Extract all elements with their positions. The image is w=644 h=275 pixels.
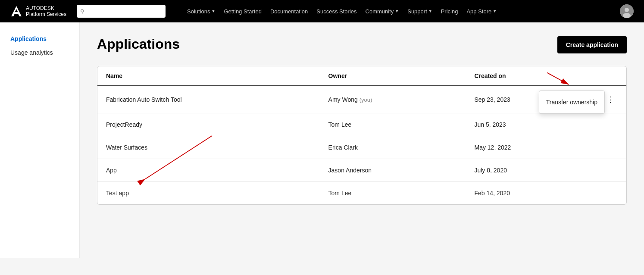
- cell-app-name: App: [97, 159, 320, 182]
- cell-app-owner: Amy Wong (you): [320, 86, 466, 113]
- col-created: Created on: [466, 66, 594, 86]
- col-actions: [594, 66, 626, 86]
- cell-app-actions: [594, 182, 626, 205]
- search-input[interactable]: [77, 5, 166, 18]
- cell-app-actions: [594, 113, 626, 136]
- search-container: ⚲: [77, 5, 172, 18]
- chevron-down-icon: ▼: [395, 9, 399, 13]
- nav-support[interactable]: Support ▼: [407, 8, 432, 15]
- avatar[interactable]: [620, 4, 634, 18]
- cell-app-name: Water Surfaces: [97, 136, 320, 159]
- table-row: AppJason AndersonJuly 8, 2020: [97, 159, 626, 182]
- cell-app-owner: Tom Lee: [320, 113, 466, 136]
- table-header-row: Name Owner Created on: [97, 66, 626, 86]
- brand-name-line2: Platform Services: [26, 11, 66, 17]
- table-row: Water SurfacesErica ClarkMay 12, 2022: [97, 136, 626, 159]
- table-row: ProjectReadyTom LeeJun 5, 2023: [97, 113, 626, 136]
- main-content: Applications Create application Name Own…: [80, 22, 644, 258]
- nav-getting-started[interactable]: Getting Started: [224, 8, 261, 15]
- cell-app-name: Fabrication Auto Switch Tool: [97, 86, 320, 113]
- chevron-down-icon: ▼: [428, 9, 432, 13]
- chevron-down-icon: ▼: [212, 9, 216, 13]
- nav-app-store[interactable]: App Store ▼: [466, 8, 497, 15]
- top-navbar: AUTODESK Platform Services ⚲ Solutions ▼…: [0, 0, 644, 22]
- more-options-button[interactable]: ⋮: [603, 94, 618, 105]
- svg-point-2: [623, 13, 631, 18]
- cell-app-actions: [594, 136, 626, 159]
- applications-table: Name Owner Created on Fabrication Auto S…: [97, 66, 626, 204]
- col-name: Name: [97, 66, 320, 86]
- page-layout: Applications Usage analytics Application…: [0, 22, 644, 258]
- nav-documentation[interactable]: Documentation: [270, 8, 308, 15]
- transfer-ownership-dropdown: Transfer ownership: [539, 91, 605, 114]
- nav-solutions[interactable]: Solutions ▼: [187, 8, 215, 15]
- subnav-links: Solutions ▼ Getting Started Documentatio…: [187, 8, 610, 15]
- applications-table-wrap: Name Owner Created on Fabrication Auto S…: [97, 66, 627, 205]
- cell-app-name: Test app: [97, 182, 320, 205]
- create-application-button[interactable]: Create application: [557, 36, 627, 53]
- cell-app-created: Jun 5, 2023: [466, 113, 594, 136]
- cell-app-created: Feb 14, 2020: [466, 182, 594, 205]
- cell-app-created: July 8, 2020: [466, 159, 594, 182]
- sidebar-item-usage-analytics[interactable]: Usage analytics: [7, 47, 72, 59]
- nav-success-stories[interactable]: Success Stories: [316, 8, 356, 15]
- owner-you-label: (you): [360, 97, 372, 103]
- sidebar: Applications Usage analytics: [0, 22, 80, 258]
- cell-app-created: May 12, 2022: [466, 136, 594, 159]
- nav-community[interactable]: Community ▼: [366, 8, 399, 15]
- cell-app-owner: Erica Clark: [320, 136, 466, 159]
- table-row: Test appTom LeeFeb 14, 2020: [97, 182, 626, 205]
- nav-pricing[interactable]: Pricing: [441, 8, 458, 15]
- sidebar-item-applications[interactable]: Applications: [7, 33, 72, 45]
- cell-app-owner: Jason Anderson: [320, 159, 466, 182]
- chevron-down-icon: ▼: [493, 9, 497, 13]
- brand-name-line1: AUTODESK: [26, 5, 66, 11]
- transfer-ownership-option[interactable]: Transfer ownership: [539, 94, 604, 110]
- cell-app-actions: [594, 159, 626, 182]
- brand-logo: AUTODESK Platform Services: [10, 5, 66, 18]
- page-title: Applications: [97, 36, 627, 52]
- svg-point-1: [625, 8, 629, 12]
- cell-app-owner: Tom Lee: [320, 182, 466, 205]
- cell-app-name: ProjectReady: [97, 113, 320, 136]
- col-owner: Owner: [320, 66, 466, 86]
